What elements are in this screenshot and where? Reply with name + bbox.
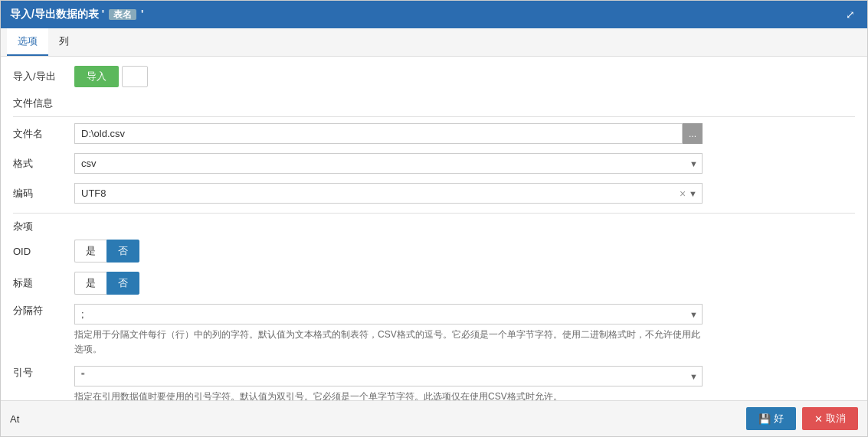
title-main: 导入/导出数据的表 ' — [10, 8, 104, 20]
title-suffix: ' — [141, 8, 143, 20]
quote-select[interactable]: " ' — [74, 366, 703, 386]
delimiter-hint: 指定用于分隔文件每行（行）中的列的字符。默认值为文本格式的制表符，CSV格式的逗… — [74, 328, 703, 357]
misc-section: 杂项 OID 是 否 标题 是 否 分隔符 — [13, 220, 855, 400]
divider-1 — [13, 116, 855, 117]
oid-row: OID 是 否 — [13, 240, 855, 263]
import-export-group: 导入 — [74, 66, 148, 87]
encoding-row: 编码 UTF8 GBK UTF16 × ▼ — [13, 183, 855, 204]
encoding-select[interactable]: UTF8 GBK UTF16 — [75, 184, 676, 203]
delimiter-select[interactable]: ; , | — [74, 304, 703, 324]
dialog-title: 导入/导出数据的表 ' 表名 ' — [10, 8, 843, 21]
quote-hint: 指定在引用数据值时要使用的引号字符。默认值为双引号。它必须是一个单字节字符。此选… — [74, 390, 703, 400]
header-no-button[interactable]: 否 — [106, 272, 139, 295]
misc-section-header: 杂项 — [13, 220, 855, 233]
filename-input-group: ... — [74, 123, 703, 144]
expand-button[interactable]: ⤢ — [843, 7, 858, 22]
oid-yes-button[interactable]: 是 — [74, 240, 106, 263]
tab-columns[interactable]: 列 — [48, 28, 80, 56]
cancel-label: 取消 — [826, 412, 846, 426]
quote-select-container: " ' ▼ — [74, 366, 703, 386]
delimiter-select-container: ; , | ▼ — [74, 304, 703, 324]
header-yes-button[interactable]: 是 — [74, 272, 106, 295]
quote-row: 引号 " ' ▼ — [13, 366, 855, 386]
import-export-label: 导入/导出 — [13, 70, 74, 83]
cancel-icon: ✕ — [814, 413, 823, 425]
encoding-select-arrow: ▼ — [689, 189, 702, 198]
import-export-row: 导入/导出 导入 — [13, 66, 855, 87]
oid-toggle-group: 是 否 — [74, 240, 139, 263]
format-row: 格式 csv text binary ▼ — [13, 153, 855, 174]
footer: At 💾 好 ✕ 取消 — [1, 400, 867, 436]
filename-input[interactable] — [74, 123, 683, 144]
oid-label: OID — [13, 246, 74, 257]
dialog: 导入/导出数据的表 ' 表名 ' ⤢ 选项 列 导入/导出 导入 文件信息 文件… — [0, 0, 868, 437]
format-select-container: csv text binary ▼ — [74, 153, 703, 174]
header-row: 标题 是 否 — [13, 272, 855, 295]
header-toggle-group: 是 否 — [74, 272, 139, 295]
header-label: 标题 — [13, 276, 74, 290]
encoding-select-container: UTF8 GBK UTF16 × ▼ — [74, 183, 703, 204]
quote-label: 引号 — [13, 366, 74, 380]
browse-button[interactable]: ... — [683, 123, 703, 144]
content-area: 导入/导出 导入 文件信息 文件名 ... 格式 csv text — [1, 57, 867, 400]
at-label: At — [10, 413, 19, 425]
filename-row: 文件名 ... — [13, 123, 855, 144]
file-section-header: 文件信息 — [13, 96, 855, 110]
oid-no-button[interactable]: 否 — [106, 240, 139, 263]
delimiter-row: 分隔符 ; , | ▼ — [13, 304, 855, 324]
cancel-button[interactable]: ✕ 取消 — [802, 407, 858, 430]
save-button[interactable]: 💾 好 — [746, 407, 796, 430]
tabs-bar: 选项 列 — [1, 28, 867, 57]
import-button[interactable]: 导入 — [74, 66, 119, 87]
encoding-clear-button[interactable]: × — [676, 188, 689, 200]
divider-2 — [13, 213, 855, 214]
title-bar: 导入/导出数据的表 ' 表名 ' ⤢ — [1, 1, 867, 28]
format-select[interactable]: csv text binary — [74, 153, 703, 174]
format-label: 格式 — [13, 157, 74, 171]
save-label: 好 — [774, 412, 784, 426]
delimiter-label: 分隔符 — [13, 304, 74, 318]
tab-options[interactable]: 选项 — [7, 28, 48, 56]
save-icon: 💾 — [758, 413, 771, 425]
filename-label: 文件名 — [13, 127, 74, 141]
encoding-label: 编码 — [13, 187, 74, 201]
export-button[interactable] — [122, 66, 148, 87]
